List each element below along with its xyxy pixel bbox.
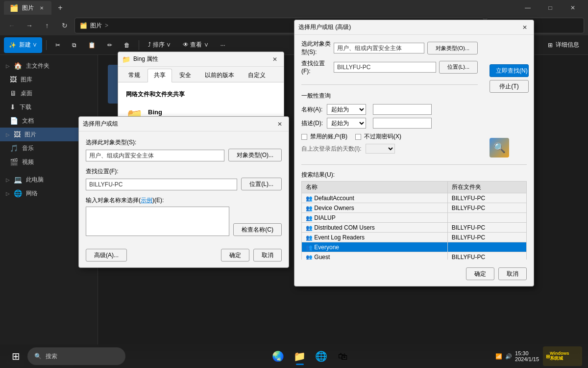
tab-share[interactable]: 共享 bbox=[147, 69, 172, 82]
minimize-button[interactable]: — bbox=[516, 0, 539, 16]
select-user-close[interactable]: ✕ bbox=[275, 119, 285, 129]
row-folder: BILLYFU-PC bbox=[447, 193, 526, 203]
taskbar-app-edge[interactable]: 🌐 bbox=[312, 346, 331, 366]
table-row[interactable]: 👥 DIALUP bbox=[302, 213, 527, 223]
noexpire-checkbox[interactable] bbox=[355, 134, 361, 140]
logo-text: Windows系统城 bbox=[550, 351, 569, 361]
adv-location-input: BILLYFU-PC bbox=[334, 62, 436, 73]
paste-button[interactable]: 📋 bbox=[83, 37, 100, 53]
example-link[interactable]: 示例 bbox=[141, 197, 152, 204]
table-row[interactable]: 👥 Guest BILLYFU-PC bbox=[302, 252, 527, 260]
adv-ok-button[interactable]: 确定 bbox=[466, 267, 494, 280]
network-icon: 🌐 bbox=[14, 189, 22, 197]
sidebar-item-gallery[interactable]: 🖼 图库 bbox=[0, 73, 98, 86]
row-name[interactable]: 👥 Guest bbox=[302, 252, 448, 260]
disabled-checkbox[interactable] bbox=[301, 134, 307, 140]
object-type-button[interactable]: 对象类型(O)... bbox=[228, 149, 282, 161]
delete-button[interactable]: 🗑 bbox=[119, 37, 135, 53]
adv-desc-select[interactable]: 起始为 bbox=[327, 118, 366, 129]
bing-props-close[interactable]: ✕ bbox=[270, 54, 280, 64]
table-row[interactable]: 👥 Everyone bbox=[302, 242, 527, 252]
sidebar-item-desktop[interactable]: 🖥 桌面 bbox=[0, 86, 98, 100]
adv-name-select[interactable]: 起始为 bbox=[327, 104, 366, 115]
bing-props-tabs: 常规 共享 安全 以前的版本 自定义 bbox=[118, 67, 284, 82]
select-user-dialog[interactable]: 选择用户或组 ✕ 选择此对象类型(S): 用户、组或内置安全主体 对象类型(O)… bbox=[78, 116, 289, 268]
network-tray-icon[interactable]: 📶 bbox=[495, 353, 502, 360]
refresh-button[interactable]: ↻ bbox=[57, 18, 73, 33]
sort-button[interactable]: ⤴ 排序 ∨ bbox=[143, 37, 176, 53]
disabled-label: 禁用的账户(B) bbox=[310, 132, 347, 141]
stop-button[interactable]: 停止(T) bbox=[490, 80, 529, 93]
results-label: 搜索结果(U): bbox=[301, 171, 527, 179]
tab-close-button[interactable]: ✕ bbox=[38, 4, 46, 12]
address-text: 图片 bbox=[90, 22, 102, 30]
row-name[interactable]: 👥 DefaultAccount bbox=[302, 193, 448, 203]
name-textarea[interactable] bbox=[86, 207, 229, 236]
check-names-button[interactable]: 检查名称(C) bbox=[233, 223, 282, 236]
rename-button[interactable]: ✏ bbox=[102, 37, 117, 53]
tab-custom[interactable]: 自定义 bbox=[242, 69, 272, 82]
tab-label: 图片 bbox=[22, 4, 34, 12]
taskbar-app-explorer[interactable]: 📁 bbox=[290, 346, 310, 366]
maximize-button[interactable]: □ bbox=[539, 0, 562, 16]
details-button[interactable]: ⊞ 详细信息 bbox=[543, 37, 584, 53]
adv-object-value: 用户、组或内置安全主体 bbox=[337, 44, 402, 53]
adv-dialog-close[interactable]: ✕ bbox=[520, 23, 530, 32]
up-button[interactable]: ↑ bbox=[39, 18, 55, 33]
home-icon: 🏠 bbox=[14, 62, 22, 70]
table-row[interactable]: 👥 Device Owners BILLYFU-PC bbox=[302, 203, 527, 213]
table-row[interactable]: 👥 DefaultAccount BILLYFU-PC bbox=[302, 193, 527, 203]
volume-tray-icon[interactable]: 🔊 bbox=[505, 353, 512, 360]
adv-query-grid: 名称(A): 起始为 描述(D): 起始为 bbox=[301, 104, 478, 129]
adv-location-btn[interactable]: 位置(L)... bbox=[439, 61, 478, 74]
tab-previous[interactable]: 以前的版本 bbox=[198, 69, 241, 82]
sidebar-item-home[interactable]: ▷ 🏠 主文件夹 bbox=[0, 59, 98, 73]
forward-button[interactable]: → bbox=[22, 18, 37, 33]
location-button[interactable]: 位置(L)... bbox=[241, 178, 282, 190]
advanced-button[interactable]: 高级(A)... bbox=[86, 249, 127, 262]
table-row[interactable]: 👥 Event Log Readers BILLYFU-PC bbox=[302, 233, 527, 242]
adv-days-select[interactable] bbox=[366, 144, 395, 154]
row-name[interactable]: 👥 Device Owners bbox=[302, 203, 448, 213]
advanced-select-dialog[interactable]: 选择用户或组 (高级) ✕ 选此对象类型(S): 用户、组或内置安全主体 对象类… bbox=[294, 20, 534, 287]
results-scroll-area[interactable]: 名称 所在文件夹 👥 DefaultAccount BILLYFU-PC 👥 D… bbox=[301, 181, 527, 260]
more-button[interactable]: ··· bbox=[216, 37, 230, 53]
table-row[interactable]: 👥 Distributed COM Users BILLYFU-PC bbox=[302, 223, 527, 233]
select-cancel-button[interactable]: 取消 bbox=[253, 249, 282, 262]
view-button[interactable]: 👁 查看 ∨ bbox=[178, 37, 214, 53]
taskbar-app-store[interactable]: 🛍 bbox=[333, 346, 353, 366]
row-name[interactable]: 👥 Event Log Readers bbox=[302, 233, 448, 242]
tab-general[interactable]: 常规 bbox=[122, 69, 147, 82]
start-button[interactable]: ⊞ bbox=[6, 346, 25, 366]
taskbar-app-1[interactable]: 🌏 bbox=[269, 346, 288, 366]
adv-object-btn[interactable]: 对象类型(O)... bbox=[427, 42, 478, 54]
explorer-tab[interactable]: 🗂️ 图片 ✕ bbox=[4, 1, 51, 15]
name-row: 输入对象名称来选择(示例)(E): 检查名称(C) bbox=[86, 196, 282, 236]
adv-disabled-check[interactable]: 禁用的账户(B) bbox=[301, 132, 347, 141]
row-name[interactable]: 👥 DIALUP bbox=[302, 213, 448, 223]
adv-name-value-input[interactable] bbox=[373, 104, 432, 115]
sidebar-item-downloads[interactable]: ⬇ 下载 bbox=[0, 100, 98, 114]
adv-desc-value-input[interactable] bbox=[373, 118, 432, 129]
select-ok-button[interactable]: 确定 bbox=[221, 249, 249, 262]
tab-folder-icon: 🗂️ bbox=[10, 4, 18, 12]
taskbar: ⊞ 🔍 搜索 🌏 📁 🌐 🛍 📶 🔊 15:302024/1/15 ⊞ Wind… bbox=[0, 344, 588, 368]
adv-name-label: 名称(A): bbox=[301, 105, 323, 114]
find-now-button[interactable]: 立即查找(N) bbox=[490, 64, 529, 77]
close-button[interactable]: ✕ bbox=[562, 0, 584, 16]
tab-security[interactable]: 安全 bbox=[173, 69, 197, 82]
adv-cancel-button[interactable]: 取消 bbox=[498, 267, 527, 280]
cut-button[interactable]: ✂ bbox=[50, 37, 65, 53]
adv-noexpire-check[interactable]: 不过期密码(X) bbox=[355, 132, 401, 141]
adv-general-title: 一般性查询 bbox=[301, 92, 478, 100]
new-tab-button[interactable]: + bbox=[53, 1, 67, 15]
copy-button[interactable]: ⧉ bbox=[67, 37, 81, 53]
computer-icon: 💻 bbox=[14, 176, 22, 184]
new-button[interactable]: ✨ 新建 ∨ bbox=[4, 37, 42, 53]
row-name[interactable]: 👥 Distributed COM Users bbox=[302, 223, 448, 233]
row-name[interactable]: 👥 Everyone bbox=[302, 242, 448, 252]
taskbar-search[interactable]: 🔍 搜索 bbox=[27, 347, 125, 365]
row-group-icon: 👥 bbox=[306, 244, 313, 250]
back-button[interactable]: ← bbox=[4, 18, 20, 33]
clock[interactable]: 15:302024/1/15 bbox=[515, 350, 539, 362]
